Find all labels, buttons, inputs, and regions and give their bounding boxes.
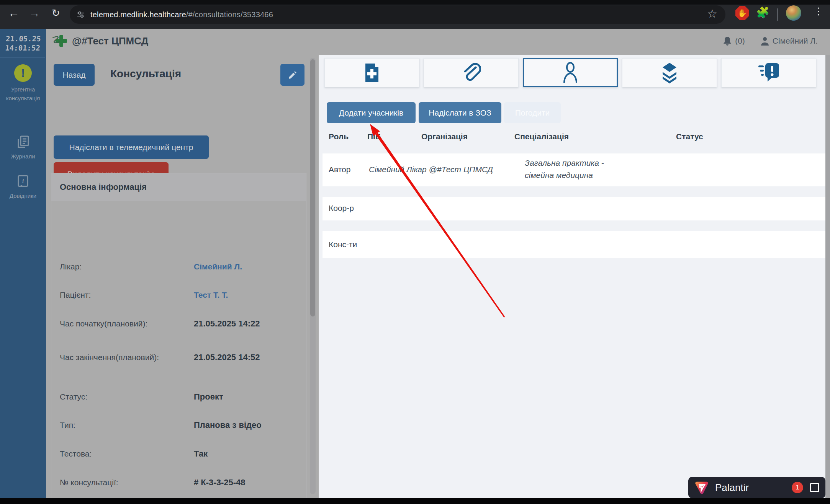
notification-count: (0) [735, 36, 745, 46]
extensions-puzzle-icon[interactable]: 🧩 [756, 6, 769, 19]
urgent-exclamation-icon: ! [14, 64, 32, 82]
url-host: telemed.medlink.healthcare [90, 10, 186, 19]
palantir-window-icon[interactable] [810, 483, 819, 492]
palantir-widget[interactable]: Palantir 1 [688, 477, 825, 498]
field-end-time: Час закінчення(плановий): 21.05.2025 14:… [60, 341, 297, 374]
url-path: /#/consultations/3533466 [186, 10, 273, 19]
field-label: Статус: [60, 391, 194, 403]
sidebar-date: 21.05.25 [0, 34, 47, 44]
sidebar-item-directories[interactable]: i Довідники [0, 174, 46, 200]
add-participants-button[interactable]: Додати учасників [327, 102, 416, 123]
send-to-zoz-button[interactable]: Надіслати в ЗОЗ [419, 102, 501, 123]
row-label: Конс-ти [329, 240, 357, 249]
field-value: Планова з відео [194, 420, 262, 430]
toolbar-separator [777, 8, 778, 21]
sidebar-time: 14:01:52 [0, 44, 46, 53]
organization-title: @#Тест ЦПМСД [72, 35, 148, 47]
bookmark-star-icon[interactable]: ☆ [707, 7, 717, 20]
doctor-link[interactable]: Сімейний Л. [194, 262, 242, 271]
adblock-extension-icon[interactable]: ✋ [735, 6, 749, 20]
app-screen: ← → ↻ telemed.medlink.healthcare/#/consu… [0, 0, 830, 504]
field-label: Тип: [60, 419, 194, 432]
sidebar-item-urgent-consultation[interactable]: ! Ургентна консультація [0, 64, 46, 103]
consultation-summary-panel: Назад Консультація Надіслати в телемедич… [46, 55, 319, 498]
approve-button-disabled[interactable]: Погодити [504, 102, 561, 123]
edit-button[interactable] [280, 64, 304, 86]
address-bar[interactable]: telemed.medlink.healthcare/#/consultatio… [70, 5, 725, 24]
browser-reload-button[interactable]: ↻ [47, 5, 64, 21]
tab-consultation-document[interactable] [324, 58, 419, 87]
left-panel-scrollbar[interactable] [310, 58, 316, 494]
field-value: # К-3-3-25-48 [194, 478, 246, 488]
notifications-button[interactable]: (0) [723, 36, 745, 46]
page-scrollbar-area[interactable] [825, 55, 830, 498]
main-info-card: Основна інформація Лікар: Сімейний Л. Па… [51, 173, 306, 500]
user-menu[interactable]: Сімейний Л. [760, 36, 818, 46]
brand: ☡ @#Тест ЦПМСД [55, 35, 148, 47]
site-settings-icon[interactable] [77, 10, 85, 19]
tab-participants-selected[interactable] [523, 58, 618, 87]
back-button[interactable]: Назад [54, 64, 95, 86]
browser-back-button[interactable]: ← [5, 5, 22, 21]
bell-icon [723, 36, 732, 46]
field-label: Час закінчення(плановий): [60, 351, 194, 364]
column-header-role: Роль [329, 132, 349, 141]
participant-row-consultants[interactable]: Конс-ти ˄ [323, 231, 830, 258]
tab-attachments[interactable] [424, 58, 519, 87]
browser-profile-avatar[interactable] [786, 5, 801, 21]
chat-exclamation-icon [758, 62, 780, 83]
sidebar-item-label: Ургентна [0, 85, 46, 94]
field-label: Пацієнт: [60, 289, 194, 302]
column-header-specialization: Спеціалізація [514, 132, 569, 141]
field-type: Тип: Планова з відео [60, 419, 297, 432]
field-test: Тестова: Так [60, 448, 297, 460]
person-icon [562, 62, 579, 83]
layers-icon [660, 62, 679, 83]
medical-cross-logo-icon: ☡ [55, 35, 67, 47]
palantir-notification-badge: 1 [792, 482, 803, 493]
field-consultation-number: № консультації: # К-3-3-25-48 [60, 476, 297, 489]
tab-comments[interactable] [721, 58, 816, 87]
svg-text:i: i [22, 178, 24, 184]
browser-top-edge [0, 0, 830, 5]
app-header: ☡ @#Тест ЦПМСД (0) Сімейний Л. [46, 29, 830, 55]
browser-menu-icon[interactable]: ⋮ [814, 5, 823, 17]
url-text: telemed.medlink.healthcare/#/consultatio… [90, 10, 273, 19]
tab-layers[interactable] [622, 58, 717, 87]
journals-icon [15, 134, 31, 150]
sidebar-item-journals[interactable]: Журнали [0, 134, 46, 161]
patient-link[interactable]: Тест Т. Т. [194, 290, 228, 300]
field-patient: Пацієнт: Тест Т. Т. [60, 289, 297, 302]
sidebar-item-label: Довідники [0, 191, 46, 200]
field-value: 21.05.2025 14:52 [194, 352, 260, 362]
panel-title: Консультація [110, 68, 181, 80]
scrollbar-thumb[interactable] [310, 59, 315, 316]
send-to-telemed-center-button[interactable]: Надіслати в телемедичний центр [54, 135, 209, 159]
palantir-logo-icon [694, 480, 709, 495]
browser-toolbar: ← → ↻ telemed.medlink.healthcare/#/consu… [0, 0, 830, 29]
field-value: 21.05.2025 14:22 [194, 319, 260, 329]
field-doctor: Лікар: Сімейний Л. [60, 261, 297, 273]
user-icon [760, 36, 769, 46]
field-label: Тестова: [60, 448, 194, 460]
field-start-time: Час початку(плановий): 21.05.2025 14:22 [60, 318, 297, 330]
field-value: Так [194, 449, 208, 459]
app-sidebar: 21.05.25 14:01:52 ! Ургентна консультаці… [0, 29, 46, 498]
column-header-status: Статус [676, 132, 703, 141]
participant-row-author[interactable]: Автор Сімейний Лікар @#Тест ЦПМСД Загаль… [323, 153, 830, 186]
pencil-icon [288, 70, 297, 80]
reference-book-icon: i [15, 174, 31, 189]
row-label: Коор-р [329, 204, 354, 213]
field-status: Статус: Проект [60, 391, 297, 403]
sidebar-item-label: консультація [0, 94, 46, 103]
column-header-name: ПІБ [367, 132, 381, 141]
browser-forward-button[interactable]: → [26, 5, 43, 21]
participant-row-coordinator[interactable]: Коор-р ˅ [323, 197, 830, 220]
medical-document-icon [363, 62, 380, 83]
field-label: № консультації: [60, 476, 194, 489]
field-label: Час початку(плановий): [60, 318, 194, 330]
field-value: Проект [194, 392, 223, 402]
paperclip-icon [462, 62, 481, 83]
participant-role: Автор [329, 165, 350, 174]
current-user-name: Сімейний Л. [773, 36, 818, 46]
